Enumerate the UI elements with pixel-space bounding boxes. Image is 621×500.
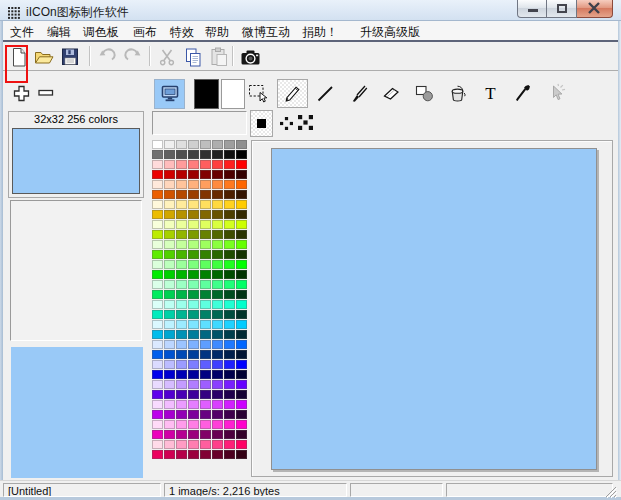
menu-donate[interactable]: 捐助！ — [302, 24, 338, 41]
maximize-button[interactable] — [547, 0, 577, 18]
palette-swatch[interactable] — [224, 230, 235, 239]
palette-swatch[interactable] — [200, 180, 211, 189]
palette-swatch[interactable] — [224, 300, 235, 309]
palette-swatch[interactable] — [176, 240, 187, 249]
palette-swatch[interactable] — [224, 260, 235, 269]
palette-swatch[interactable] — [152, 360, 163, 369]
palette-swatch[interactable] — [164, 400, 175, 409]
palette-swatch[interactable] — [200, 410, 211, 419]
palette-swatch[interactable] — [224, 310, 235, 319]
palette-swatch[interactable] — [188, 300, 199, 309]
palette-swatch[interactable] — [236, 250, 247, 259]
background-color-swatch[interactable] — [221, 79, 245, 109]
palette-swatch[interactable] — [176, 390, 187, 399]
palette-swatch[interactable] — [236, 420, 247, 429]
open-button[interactable] — [31, 45, 57, 69]
palette-swatch[interactable] — [176, 430, 187, 439]
palette-swatch[interactable] — [152, 310, 163, 319]
palette-swatch[interactable] — [152, 440, 163, 449]
palette-swatch[interactable] — [176, 160, 187, 169]
palette-swatch[interactable] — [176, 350, 187, 359]
palette-swatch[interactable] — [236, 160, 247, 169]
palette-swatch[interactable] — [212, 310, 223, 319]
palette-swatch[interactable] — [224, 240, 235, 249]
palette-swatch[interactable] — [176, 210, 187, 219]
palette-swatch[interactable] — [212, 160, 223, 169]
menu-effects[interactable]: 特效 — [170, 24, 194, 41]
palette-swatch[interactable] — [164, 450, 175, 459]
palette-swatch[interactable] — [152, 400, 163, 409]
palette-swatch[interactable] — [236, 310, 247, 319]
palette-swatch[interactable] — [188, 430, 199, 439]
palette-swatch[interactable] — [152, 330, 163, 339]
palette-swatch[interactable] — [176, 410, 187, 419]
palette-swatch[interactable] — [200, 350, 211, 359]
palette-swatch[interactable] — [188, 250, 199, 259]
palette-swatch[interactable] — [164, 290, 175, 299]
palette-swatch[interactable] — [164, 270, 175, 279]
palette-swatch[interactable] — [224, 370, 235, 379]
palette-swatch[interactable] — [152, 240, 163, 249]
palette-swatch[interactable] — [152, 160, 163, 169]
menu-edit[interactable]: 编辑 — [47, 24, 71, 41]
palette-swatch[interactable] — [164, 170, 175, 179]
palette-swatch[interactable] — [164, 220, 175, 229]
palette-swatch[interactable] — [152, 290, 163, 299]
tool-fill[interactable] — [442, 79, 473, 108]
palette-swatch[interactable] — [236, 220, 247, 229]
palette-swatch[interactable] — [212, 440, 223, 449]
palette-swatch[interactable] — [164, 390, 175, 399]
palette-swatch[interactable] — [200, 160, 211, 169]
palette-swatch[interactable] — [236, 190, 247, 199]
palette-swatch[interactable] — [212, 430, 223, 439]
palette-swatch[interactable] — [200, 340, 211, 349]
palette-swatch[interactable] — [164, 260, 175, 269]
palette-swatch[interactable] — [236, 170, 247, 179]
palette-swatch[interactable] — [200, 290, 211, 299]
palette-swatch[interactable] — [224, 410, 235, 419]
palette-swatch[interactable] — [188, 350, 199, 359]
palette-swatch[interactable] — [176, 380, 187, 389]
palette-swatch[interactable] — [188, 230, 199, 239]
palette-swatch[interactable] — [188, 450, 199, 459]
palette-swatch[interactable] — [224, 200, 235, 209]
palette-swatch[interactable] — [152, 210, 163, 219]
palette-swatch[interactable] — [212, 250, 223, 259]
drawing-canvas[interactable] — [271, 148, 597, 470]
palette-swatch[interactable] — [152, 420, 163, 429]
palette-swatch[interactable] — [200, 140, 211, 149]
save-button[interactable] — [57, 45, 83, 69]
palette-swatch[interactable] — [152, 270, 163, 279]
palette-swatch[interactable] — [188, 280, 199, 289]
palette-swatch[interactable] — [152, 350, 163, 359]
palette-swatch[interactable] — [164, 410, 175, 419]
palette-swatch[interactable] — [176, 170, 187, 179]
tool-brush[interactable] — [343, 79, 374, 108]
palette-swatch[interactable] — [188, 290, 199, 299]
palette-swatch[interactable] — [152, 410, 163, 419]
menu-upgrade[interactable]: 升级高级版 — [360, 24, 420, 41]
palette-swatch[interactable] — [188, 180, 199, 189]
palette-swatch[interactable] — [236, 350, 247, 359]
palette-swatch[interactable] — [224, 320, 235, 329]
palette-swatch[interactable] — [152, 170, 163, 179]
palette-swatch[interactable] — [236, 430, 247, 439]
palette-swatch[interactable] — [152, 370, 163, 379]
palette-swatch[interactable] — [200, 210, 211, 219]
palette-swatch[interactable] — [164, 330, 175, 339]
palette-swatch[interactable] — [152, 300, 163, 309]
palette-swatch[interactable] — [152, 190, 163, 199]
palette-swatch[interactable] — [164, 150, 175, 159]
palette-swatch[interactable] — [224, 440, 235, 449]
palette-swatch[interactable] — [224, 280, 235, 289]
palette-swatch[interactable] — [152, 380, 163, 389]
palette-swatch[interactable] — [212, 330, 223, 339]
palette-swatch[interactable] — [200, 330, 211, 339]
palette-swatch[interactable] — [200, 270, 211, 279]
palette-swatch[interactable] — [236, 340, 247, 349]
palette-swatch[interactable] — [176, 440, 187, 449]
palette-swatch[interactable] — [188, 420, 199, 429]
palette-swatch[interactable] — [212, 360, 223, 369]
palette-swatch[interactable] — [212, 270, 223, 279]
palette-swatch[interactable] — [176, 220, 187, 229]
